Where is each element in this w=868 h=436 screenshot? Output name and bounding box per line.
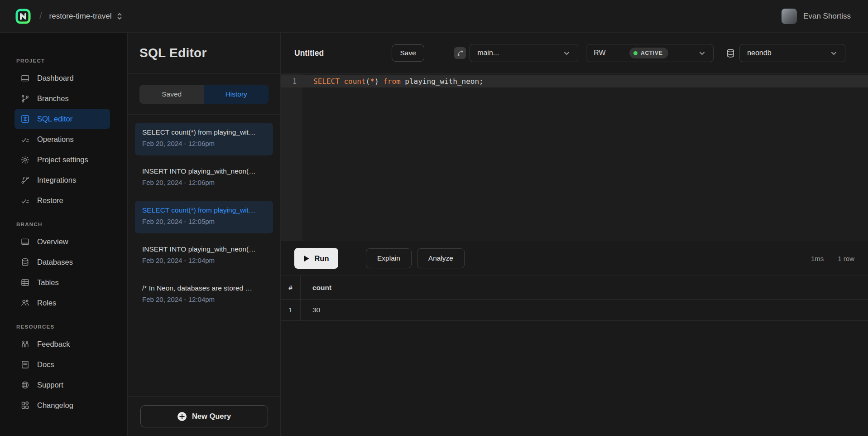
avatar[interactable]	[782, 9, 797, 24]
sql-editor-panel: SQL Editor Saved History SELECT count(*)…	[128, 33, 281, 436]
sql-token: from	[383, 77, 401, 86]
saved-history-toggle: Saved History	[139, 85, 269, 104]
branch-icon	[454, 47, 466, 59]
code-editor[interactable]: 1 SELECT count(*) from playing_with_neon…	[281, 74, 868, 241]
restore-icon	[20, 196, 30, 205]
chevron-down-icon	[563, 49, 571, 57]
results-table-header: # count	[281, 276, 868, 300]
roles-icon	[20, 298, 30, 308]
history-timestamp: Feb 20, 2024 - 12:04pm	[142, 257, 266, 264]
database-icon	[725, 48, 736, 58]
sidebar-section-branch: BRANCH	[0, 222, 127, 227]
query-doc-title: Untitled	[294, 48, 324, 58]
sidebar-item-operations[interactable]: Operations	[14, 129, 110, 150]
editor-toolbar: Untitled Save main... RW ACTIVE	[281, 33, 868, 74]
table-row[interactable]: 1 30	[281, 300, 868, 321]
page-title: SQL Editor	[139, 46, 207, 60]
history-item[interactable]: /* In Neon, databases are stored … Feb 2…	[135, 279, 273, 311]
feedback-icon	[20, 339, 30, 349]
sidebar-item-restore[interactable]: Restore	[14, 190, 110, 211]
chevron-down-icon	[830, 49, 838, 57]
run-button[interactable]: Run	[294, 248, 338, 269]
panel-header: SQL Editor	[128, 33, 280, 74]
sidebar-item-roles[interactable]: Roles	[14, 293, 110, 313]
results-col-count: count	[301, 276, 868, 299]
sidebar-item-feedback[interactable]: Feedback	[14, 334, 110, 354]
history-item[interactable]: INSERT INTO playing_with_neon(… Feb 20, …	[135, 240, 273, 272]
history-item[interactable]: SELECT count(*) from playing_wit… Feb 20…	[135, 123, 273, 155]
history-query-text: SELECT count(*) from playing_wit…	[142, 128, 266, 136]
toolbar-divider	[439, 33, 439, 74]
play-icon	[303, 255, 309, 262]
sql-token: )	[374, 77, 379, 86]
sidebar-item-sql-editor[interactable]: SQL editor	[14, 109, 110, 129]
sidebar-item-label: Restore	[37, 196, 63, 205]
sql-token: *	[370, 77, 374, 86]
history-timestamp: Feb 20, 2024 - 12:05pm	[142, 218, 266, 225]
sidebar-section-project: PROJECT	[0, 58, 127, 63]
database-selected-value: neondb	[747, 49, 771, 57]
database-select[interactable]: neondb	[739, 44, 845, 62]
neon-logo-icon[interactable]	[15, 8, 31, 24]
sidebar-item-label: Project settings	[37, 155, 88, 164]
save-button[interactable]: Save	[392, 44, 424, 62]
databases-icon	[20, 257, 30, 267]
sidebar-item-label: Dashboard	[37, 74, 74, 82]
results-cell-index: 1	[281, 300, 301, 320]
sidebar-item-tables[interactable]: Tables	[14, 272, 110, 293]
sidebar-item-label: Roles	[37, 299, 56, 307]
integrations-icon	[20, 175, 30, 185]
sidebar-item-label: Support	[37, 381, 63, 389]
sidebar-item-dashboard[interactable]: Dashboard	[14, 68, 110, 88]
sidebar-item-project-settings[interactable]: Project settings	[14, 150, 110, 170]
sidebar-item-integrations[interactable]: Integrations	[14, 170, 110, 190]
history-item-selected[interactable]: SELECT count(*) from playing_wit… Feb 20…	[135, 201, 273, 233]
query-row-count: 1 row	[838, 255, 854, 262]
sql-token: playing_with_neon;	[401, 77, 484, 86]
sql-token	[340, 77, 344, 86]
tab-saved[interactable]: Saved	[139, 85, 204, 104]
sql-token	[379, 77, 384, 86]
sidebar-item-label: Integrations	[37, 176, 76, 184]
operations-icon	[20, 135, 30, 144]
history-timestamp: Feb 20, 2024 - 12:04pm	[142, 296, 266, 303]
editor-active-line[interactable]: 1 SELECT count(*) from playing_with_neon…	[281, 75, 868, 87]
branch-select[interactable]: main...	[470, 44, 578, 62]
sidebar-item-label: Feedback	[37, 340, 70, 349]
user-name[interactable]: Evan Shortiss	[803, 12, 851, 21]
panel-tabs: Saved History	[128, 74, 280, 115]
project-switcher-chevrons-icon[interactable]	[116, 12, 123, 21]
active-status-dot	[633, 51, 638, 55]
compute-select[interactable]: RW ACTIVE	[586, 44, 714, 62]
top-bar: / restore-time-travel Evan Shortiss	[0, 0, 868, 33]
analyze-button[interactable]: Analyze	[417, 248, 465, 268]
neon-console: / restore-time-travel Evan Shortiss PROJ…	[0, 0, 868, 436]
branch-selected-value: main...	[477, 49, 499, 57]
sql-token: SELECT	[313, 77, 340, 86]
sidebar-item-label: Overview	[37, 237, 68, 246]
support-icon	[20, 380, 30, 390]
breadcrumb-project-name[interactable]: restore-time-travel	[49, 12, 112, 21]
sidebar-item-docs[interactable]: Docs	[14, 354, 110, 375]
sidebar-item-support[interactable]: Support	[14, 375, 110, 395]
sidebar-item-label: SQL editor	[37, 115, 72, 123]
sidebar-item-overview[interactable]: Overview	[14, 232, 110, 252]
new-query-label: New Query	[192, 412, 231, 421]
sidebar-item-changelog[interactable]: Changelog	[14, 395, 110, 416]
sidebar-item-databases[interactable]: Databases	[14, 252, 110, 272]
branches-icon	[20, 94, 30, 103]
panel-footer: New Query	[128, 396, 280, 436]
run-label: Run	[314, 254, 329, 263]
query-actions-row: Run Explain Analyze 1ms 1 row	[281, 241, 868, 276]
new-query-button[interactable]: New Query	[140, 405, 268, 427]
chevron-down-icon	[698, 49, 706, 57]
sidebar-section-resources: RESOURCES	[0, 324, 127, 329]
sidebar-item-branches[interactable]: Branches	[14, 88, 110, 109]
execution-stats: 1ms 1 row	[811, 255, 854, 262]
history-item[interactable]: INSERT INTO playing_with_neon(… Feb 20, …	[135, 162, 273, 194]
plus-icon	[177, 412, 187, 421]
tab-history[interactable]: History	[204, 85, 269, 104]
sql-code-line: SELECT count(*) from playing_with_neon;	[302, 77, 484, 86]
sidebar-item-label: Tables	[37, 278, 59, 287]
explain-button[interactable]: Explain	[366, 248, 412, 268]
